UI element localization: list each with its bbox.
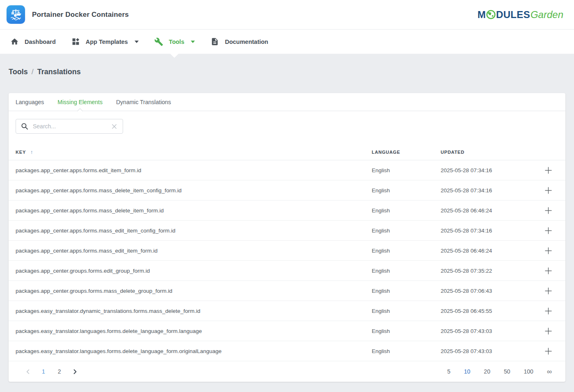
column-label: KEY <box>16 150 26 155</box>
table-row: packages.app_center.groups.forms.mass_de… <box>9 281 565 301</box>
add-translation-button[interactable] <box>543 265 554 276</box>
add-translation-button[interactable] <box>543 225 554 236</box>
breadcrumb-separator: / <box>32 68 34 76</box>
search-input[interactable] <box>33 123 106 130</box>
tab-bar: Languages Missing Elements Dynamic Trans… <box>9 93 565 111</box>
row-language: English <box>372 187 441 194</box>
nav-label: Documentation <box>225 39 268 45</box>
ship-crane-icon <box>9 7 23 22</box>
row-language: English <box>372 167 441 173</box>
close-icon <box>112 124 117 129</box>
add-translation-button[interactable] <box>543 165 554 176</box>
app-logo-icon <box>7 5 25 24</box>
page-title: Portainer Docker Containers <box>32 11 129 19</box>
add-translation-button[interactable] <box>543 185 554 196</box>
row-language: English <box>372 248 441 254</box>
page-size-20[interactable]: 20 <box>483 367 492 376</box>
row-updated: 2025-05-28 06:46:24 <box>441 248 536 254</box>
plus-icon <box>544 227 552 235</box>
chevron-left-icon <box>25 369 31 375</box>
search-box <box>16 119 123 134</box>
add-translation-button[interactable] <box>543 305 554 317</box>
row-language: English <box>372 268 441 274</box>
add-translation-button[interactable] <box>543 205 554 216</box>
app-brand: Portainer Docker Containers <box>7 5 129 24</box>
translation-key: packages.app_center.groups.forms.edit_gr… <box>16 268 372 274</box>
row-updated: 2025-05-28 07:43:03 <box>441 348 536 354</box>
translations-card: Languages Missing Elements Dynamic Trans… <box>9 93 565 382</box>
modulesgarden-logo: M DULESGarden <box>478 10 563 20</box>
add-translation-button[interactable] <box>543 326 554 337</box>
nav-label: App Templates <box>86 39 128 45</box>
breadcrumb-page: Translations <box>37 68 81 76</box>
table-row: packages.app_center.apps.forms.mass_edit… <box>9 241 565 261</box>
search-icon <box>21 123 28 130</box>
next-page-button[interactable] <box>70 368 80 376</box>
plus-icon <box>544 307 552 315</box>
document-icon <box>210 37 219 46</box>
column-header-language[interactable]: LANGUAGE <box>372 150 441 155</box>
page-size-50[interactable]: 50 <box>503 367 512 376</box>
plus-icon <box>544 267 552 275</box>
page-size-controls: 5 10 20 50 100 ∞ <box>446 367 553 376</box>
app-grid-icon <box>71 37 80 46</box>
page-number-1[interactable]: 1 <box>38 367 49 376</box>
plus-icon <box>544 327 552 335</box>
nav-label: Dashboard <box>25 39 56 45</box>
pagination-bar: 1 2 5 10 20 50 100 ∞ <box>9 361 565 382</box>
clear-search-button[interactable] <box>111 123 118 130</box>
sort-ascending-icon: ↑ <box>30 149 33 155</box>
add-translation-button[interactable] <box>543 245 554 256</box>
app-header: Portainer Docker Containers M DULESGarde… <box>0 0 574 30</box>
row-updated: 2025-05-28 06:46:24 <box>441 207 536 214</box>
tab-dynamic-translations[interactable]: Dynamic Translations <box>116 93 171 111</box>
table-row: packages.easy_translator.languages.forms… <box>9 341 565 361</box>
page-size-100[interactable]: 100 <box>523 367 535 376</box>
table-body: packages.app_center.apps.forms.edit_item… <box>9 160 565 361</box>
page-size-infinity-icon[interactable]: ∞ <box>546 367 553 376</box>
nav-item-tools[interactable]: Tools <box>146 30 203 54</box>
row-updated: 2025-05-28 07:43:03 <box>441 328 536 334</box>
page-number-2[interactable]: 2 <box>54 367 65 376</box>
translation-key: packages.easy_translator.languages.forms… <box>16 328 372 334</box>
row-updated: 2025-05-28 07:34:16 <box>441 167 536 173</box>
plus-icon <box>544 166 552 174</box>
plus-icon <box>544 247 552 255</box>
row-language: English <box>372 348 441 354</box>
plus-icon <box>544 347 552 355</box>
page-size-5[interactable]: 5 <box>446 367 452 376</box>
breadcrumb: Tools/Translations <box>9 54 565 93</box>
nav-item-documentation[interactable]: Documentation <box>203 30 276 54</box>
table-header-row: KEY ↑ LANGUAGE UPDATED <box>9 144 565 160</box>
missing-elements-table: KEY ↑ LANGUAGE UPDATED packages.app_cent… <box>9 144 565 382</box>
chevron-right-icon <box>72 369 78 375</box>
brand-text-m: M <box>478 10 486 20</box>
breadcrumb-section[interactable]: Tools <box>9 68 28 76</box>
page-size-10[interactable]: 10 <box>463 367 472 376</box>
translation-key: packages.easy_translator.languages.forms… <box>16 348 372 354</box>
column-header-key[interactable]: KEY ↑ <box>16 149 372 155</box>
plus-icon <box>544 187 552 194</box>
table-row: packages.easy_translator.languages.forms… <box>9 321 565 341</box>
tab-missing-elements[interactable]: Missing Elements <box>57 93 103 111</box>
wrench-icon <box>154 37 163 46</box>
home-icon <box>10 37 19 46</box>
table-toolbar <box>9 111 565 144</box>
table-row: packages.app_center.apps.forms.mass_edit… <box>9 221 565 241</box>
add-translation-button[interactable] <box>543 346 554 357</box>
nav-item-app-templates[interactable]: App Templates <box>64 30 146 54</box>
nav-item-dashboard[interactable]: Dashboard <box>2 30 64 54</box>
row-updated: 2025-05-28 07:35:22 <box>441 268 536 274</box>
add-translation-button[interactable] <box>543 285 554 296</box>
translation-key: packages.app_center.apps.forms.mass_edit… <box>16 228 372 234</box>
translation-key: packages.easy_translator.dynamic_transla… <box>16 308 372 314</box>
table-row: packages.app_center.groups.forms.edit_gr… <box>9 261 565 281</box>
table-row: packages.app_center.apps.forms.mass_dele… <box>9 201 565 221</box>
previous-page-button[interactable] <box>23 368 33 376</box>
brand-text-garden: Garden <box>531 10 563 20</box>
row-updated: 2025-05-28 07:34:16 <box>441 187 536 194</box>
row-language: English <box>372 288 441 294</box>
column-header-updated[interactable]: UPDATED <box>441 150 536 155</box>
row-updated: 2025-05-28 07:06:43 <box>441 288 536 294</box>
tab-languages[interactable]: Languages <box>16 93 44 111</box>
